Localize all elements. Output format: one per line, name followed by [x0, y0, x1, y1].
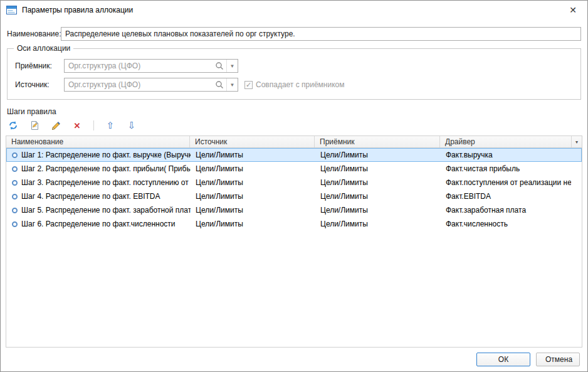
cell-driver: Факт.численность	[441, 220, 571, 228]
chevron-down-icon[interactable]: ▼	[226, 60, 238, 72]
name-label: Наименование:	[7, 29, 61, 38]
cell-source: Цели/Лимиты	[191, 192, 315, 201]
cell-source: Цели/Лимиты	[191, 220, 315, 228]
new-step-icon	[30, 120, 39, 130]
column-menu-icon[interactable]: ▾	[572, 136, 582, 147]
same-as-receiver-checkbox[interactable]: ✓	[244, 81, 253, 89]
table-row[interactable]: Шаг 4. Распределение по факт. EBITDA Цел…	[6, 189, 582, 203]
name-input[interactable]	[61, 27, 581, 41]
cell-driver: Факт.заработная плата	[441, 206, 571, 215]
cell-receiver: Цели/Лимиты	[315, 164, 441, 173]
step-circle-icon	[12, 194, 18, 199]
step-circle-icon	[12, 208, 18, 213]
cell-driver: Факт.поступления от реализации непр	[441, 178, 571, 187]
step-name: Шаг 2. Распределение по факт. прибыли( П…	[21, 164, 191, 173]
cell-name: Шаг 1: Распределение по факт. выручке (В…	[7, 151, 191, 159]
dialog-title: Параметры правила аллокации	[22, 6, 133, 14]
move-up-button[interactable]: ⇧	[104, 119, 117, 132]
step-circle-icon	[12, 166, 18, 172]
window-icon	[6, 6, 17, 14]
toolbar-separator	[93, 120, 94, 130]
step-circle-icon	[12, 180, 18, 186]
move-down-button[interactable]: ⇩	[125, 119, 138, 132]
form-area: Наименование: Оси аллокации Приёмник: Ор…	[1, 19, 587, 100]
steps-toolbar: ✕ ⇧ ⇩	[1, 116, 587, 134]
cell-source: Цели/Лимиты	[191, 151, 315, 159]
cell-name: Шаг 5. Распределение по факт. заработной…	[7, 206, 191, 215]
steps-section-label: Шаги правила	[7, 107, 581, 116]
table-row[interactable]: Шаг 2. Распределение по факт. прибыли( П…	[6, 162, 582, 176]
allocation-rule-dialog: Параметры правила аллокации ✕ Наименован…	[0, 0, 588, 372]
step-name: Шаг 4. Распределение по факт. EBITDA	[21, 192, 160, 201]
same-as-receiver-label: Совпадает с приёмником	[256, 80, 344, 89]
ok-button[interactable]: ОК	[476, 353, 530, 366]
receiver-label: Приёмник:	[15, 61, 64, 70]
table-body: Шаг 1: Распределение по факт. выручке (В…	[6, 148, 582, 347]
chevron-down-icon[interactable]: ▼	[226, 78, 238, 91]
close-button[interactable]: ✕	[565, 3, 581, 18]
refresh-icon	[8, 120, 18, 130]
delete-step-button[interactable]: ✕	[71, 119, 83, 132]
step-name: Шаг 5. Распределение по факт. заработной…	[21, 206, 191, 215]
cell-receiver: Цели/Лимиты	[315, 206, 441, 215]
cell-source: Цели/Лимиты	[191, 164, 315, 173]
cell-driver: Факт.чистая прибыль	[441, 164, 571, 173]
table-row[interactable]: Шаг 1: Распределение по факт. выручке (В…	[6, 148, 582, 162]
cell-receiver: Цели/Лимиты	[315, 220, 441, 228]
source-value: Орг.структура (ЦФО)	[68, 80, 215, 89]
cell-name: Шаг 6. Распределение по факт.численности	[7, 220, 191, 228]
edit-step-icon	[51, 121, 61, 130]
table-row[interactable]: Шаг 3. Распределение по факт. поступлени…	[6, 176, 582, 189]
column-header[interactable]: Источник	[190, 136, 315, 147]
step-circle-icon	[12, 221, 18, 227]
column-header[interactable]: Драйвер	[440, 136, 572, 147]
steps-table: НаименованиеИсточникПриёмникДрайвер▾ Шаг…	[6, 136, 582, 348]
refresh-button[interactable]	[7, 119, 19, 132]
new-step-button[interactable]	[28, 119, 41, 132]
cancel-button[interactable]: Отмена	[536, 353, 580, 366]
cell-driver: Факт.выручка	[441, 151, 571, 159]
cell-receiver: Цели/Лимиты	[315, 151, 441, 159]
cell-receiver: Цели/Лимиты	[315, 192, 441, 201]
receiver-row: Приёмник: Орг.структура (ЦФО) ▼	[15, 59, 573, 73]
title-bar: Параметры правила аллокации ✕	[1, 1, 587, 19]
source-combo[interactable]: Орг.структура (ЦФО) ▼	[64, 78, 238, 92]
cell-name: Шаг 2. Распределение по факт. прибыли( П…	[7, 164, 191, 173]
cell-receiver: Цели/Лимиты	[315, 178, 441, 187]
step-name: Шаг 1: Распределение по факт. выручке (В…	[21, 151, 191, 159]
cell-name: Шаг 4. Распределение по факт. EBITDA	[7, 192, 191, 201]
cell-source: Цели/Лимиты	[191, 206, 315, 215]
name-field-row: Наименование:	[7, 27, 581, 41]
cell-driver: Факт.EBITDA	[441, 192, 571, 201]
axes-group-title: Оси аллокации	[14, 44, 73, 53]
receiver-value: Орг.структура (ЦФО)	[68, 61, 215, 70]
delete-step-icon: ✕	[74, 122, 81, 130]
step-name: Шаг 3. Распределение по факт. поступлени…	[21, 178, 191, 187]
search-icon[interactable]	[215, 61, 224, 70]
search-icon[interactable]	[215, 80, 224, 89]
table-header: НаименованиеИсточникПриёмникДрайвер▾	[6, 136, 582, 148]
table-row[interactable]: Шаг 5. Распределение по факт. заработной…	[6, 203, 582, 217]
column-header[interactable]: Наименование	[6, 136, 190, 147]
allocation-axes-group: Оси аллокации Приёмник: Орг.структура (Ц…	[7, 48, 581, 100]
step-circle-icon	[12, 152, 18, 158]
dialog-footer: ОК Отмена	[1, 348, 587, 371]
source-row: Источник: Орг.структура (ЦФО) ▼ ✓ Совпад…	[15, 78, 573, 92]
column-header[interactable]: Приёмник	[315, 136, 440, 147]
same-as-receiver-wrap[interactable]: ✓ Совпадает с приёмником	[244, 80, 344, 89]
edit-step-button[interactable]	[50, 119, 62, 132]
table-row[interactable]: Шаг 6. Распределение по факт.численности…	[6, 217, 582, 231]
cell-source: Цели/Лимиты	[191, 178, 315, 187]
cell-name: Шаг 3. Распределение по факт. поступлени…	[7, 178, 191, 187]
step-name: Шаг 6. Распределение по факт.численности	[21, 220, 176, 228]
receiver-combo[interactable]: Орг.структура (ЦФО) ▼	[64, 59, 238, 73]
source-label: Источник:	[15, 80, 64, 89]
